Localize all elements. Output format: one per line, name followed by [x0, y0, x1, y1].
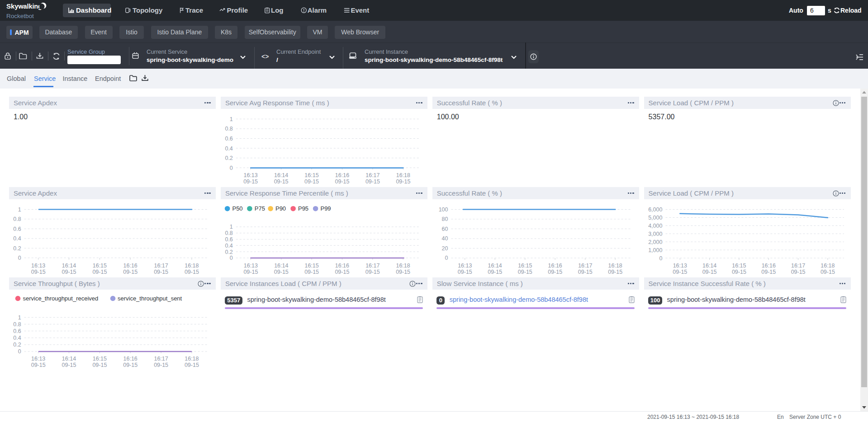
svg-text:100: 100: [438, 206, 448, 213]
svg-text:09-15: 09-15: [185, 269, 199, 275]
svg-text:16:13: 16:13: [458, 263, 472, 269]
svg-text:0: 0: [230, 165, 233, 171]
svg-text:09-15: 09-15: [243, 269, 258, 275]
svg-text:09-15: 09-15: [821, 269, 835, 275]
svg-text:60: 60: [441, 226, 448, 232]
svg-text:16:18: 16:18: [185, 356, 199, 362]
svg-text:P95: P95: [298, 205, 308, 212]
svg-text:09-15: 09-15: [396, 178, 410, 185]
svg-text:09-15: 09-15: [31, 269, 46, 275]
svg-text:16:17: 16:17: [154, 263, 168, 269]
svg-text:09-15: 09-15: [335, 178, 349, 185]
svg-text:09-15: 09-15: [548, 269, 562, 275]
svg-text:0.6: 0.6: [13, 226, 21, 232]
svg-text:0.6: 0.6: [13, 328, 21, 334]
svg-text:16:14: 16:14: [274, 172, 288, 178]
svg-text:16:15: 16:15: [93, 263, 107, 269]
svg-text:16:17: 16:17: [365, 172, 379, 178]
svg-text:09-15: 09-15: [578, 269, 593, 275]
svg-text:16:14: 16:14: [488, 263, 502, 269]
svg-text:P90: P90: [275, 205, 286, 212]
svg-text:09-15: 09-15: [185, 362, 199, 368]
svg-text:service_throughput_received: service_throughput_received: [23, 295, 99, 302]
svg-text:09-15: 09-15: [92, 269, 107, 275]
svg-text:16:18: 16:18: [185, 263, 199, 269]
svg-text:09-15: 09-15: [304, 178, 319, 185]
svg-text:6,000: 6,000: [648, 206, 662, 213]
svg-text:0.8: 0.8: [225, 230, 232, 236]
svg-text:16:16: 16:16: [335, 263, 349, 269]
svg-text:40: 40: [441, 235, 448, 242]
svg-text:16:14: 16:14: [62, 356, 76, 362]
svg-text:16:17: 16:17: [578, 263, 592, 269]
svg-text:09-15: 09-15: [396, 269, 410, 275]
svg-text:2,000: 2,000: [648, 239, 662, 245]
svg-text:09-15: 09-15: [62, 362, 76, 368]
svg-text:0: 0: [230, 255, 233, 261]
svg-text:09-15: 09-15: [335, 269, 349, 275]
svg-text:16:14: 16:14: [62, 263, 76, 269]
svg-text:0.2: 0.2: [13, 245, 21, 252]
svg-text:service_throughput_sent: service_throughput_sent: [118, 295, 182, 302]
svg-text:0.6: 0.6: [225, 236, 232, 243]
svg-text:09-15: 09-15: [154, 269, 168, 275]
svg-text:0: 0: [18, 255, 21, 261]
svg-text:16:15: 16:15: [93, 356, 107, 362]
svg-text:80: 80: [441, 216, 448, 222]
svg-text:09-15: 09-15: [608, 269, 622, 275]
svg-text:09-15: 09-15: [243, 178, 258, 185]
svg-text:0: 0: [18, 348, 21, 355]
svg-text:16:14: 16:14: [702, 263, 716, 269]
svg-text:09-15: 09-15: [31, 362, 46, 368]
svg-text:09-15: 09-15: [458, 269, 472, 275]
svg-text:16:16: 16:16: [335, 172, 349, 178]
svg-text:0.6: 0.6: [225, 136, 232, 142]
svg-text:0: 0: [445, 255, 448, 261]
svg-text:16:16: 16:16: [761, 263, 775, 269]
svg-text:1: 1: [18, 314, 21, 321]
svg-text:1: 1: [230, 116, 233, 122]
svg-text:4,000: 4,000: [648, 223, 662, 229]
svg-text:09-15: 09-15: [274, 178, 289, 185]
svg-text:16:18: 16:18: [821, 263, 835, 269]
svg-text:1: 1: [230, 224, 233, 230]
svg-text:0.2: 0.2: [225, 249, 232, 255]
svg-text:09-15: 09-15: [518, 269, 532, 275]
svg-text:16:13: 16:13: [31, 263, 45, 269]
svg-text:09-15: 09-15: [673, 269, 687, 275]
svg-text:16:18: 16:18: [608, 263, 622, 269]
svg-text:1: 1: [18, 206, 21, 213]
svg-text:0.8: 0.8: [13, 216, 21, 222]
svg-text:16:17: 16:17: [791, 263, 805, 269]
svg-text:20: 20: [441, 245, 448, 252]
svg-text:1,000: 1,000: [648, 247, 662, 253]
svg-text:0.4: 0.4: [13, 235, 21, 242]
svg-text:0.8: 0.8: [225, 126, 232, 132]
svg-text:3,000: 3,000: [648, 231, 662, 237]
svg-text:5,000: 5,000: [648, 215, 662, 221]
svg-text:0.2: 0.2: [13, 342, 21, 348]
svg-text:0.4: 0.4: [13, 335, 21, 341]
svg-text:16:13: 16:13: [243, 172, 257, 178]
svg-text:09-15: 09-15: [365, 269, 380, 275]
svg-text:09-15: 09-15: [488, 269, 502, 275]
svg-text:16:13: 16:13: [31, 356, 45, 362]
svg-text:16:18: 16:18: [396, 263, 410, 269]
svg-text:0.4: 0.4: [225, 243, 232, 249]
svg-text:16:14: 16:14: [274, 263, 288, 269]
svg-text:16:15: 16:15: [304, 172, 318, 178]
svg-text:0.2: 0.2: [225, 155, 232, 161]
svg-text:09-15: 09-15: [274, 269, 289, 275]
svg-text:09-15: 09-15: [365, 178, 380, 185]
svg-text:09-15: 09-15: [304, 269, 319, 275]
svg-text:16:16: 16:16: [548, 263, 562, 269]
svg-text:16:17: 16:17: [365, 263, 379, 269]
svg-text:16:13: 16:13: [673, 263, 687, 269]
svg-text:09-15: 09-15: [702, 269, 716, 275]
svg-text:16:15: 16:15: [304, 263, 318, 269]
svg-text:16:15: 16:15: [518, 263, 532, 269]
svg-text:0.4: 0.4: [225, 145, 232, 152]
svg-text:0.8: 0.8: [13, 321, 21, 328]
svg-text:09-15: 09-15: [123, 269, 138, 275]
svg-text:16:17: 16:17: [154, 356, 168, 362]
